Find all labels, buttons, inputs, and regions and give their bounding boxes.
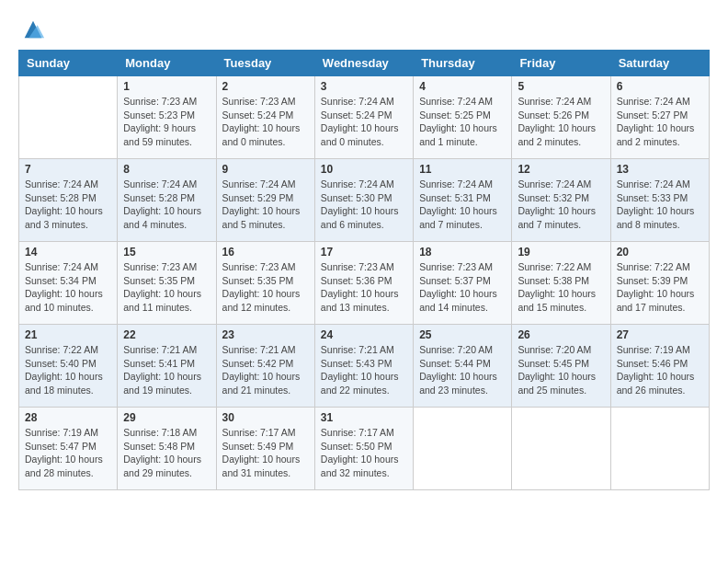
day-number: 21 (25, 328, 111, 341)
day-info: Sunrise: 7:20 AMSunset: 5:44 PMDaylight:… (419, 343, 506, 397)
day-number: 25 (419, 328, 506, 341)
calendar-cell: 6Sunrise: 7:24 AMSunset: 5:27 PMDaylight… (610, 76, 709, 159)
calendar-table: SundayMondayTuesdayWednesdayThursdayFrid… (18, 50, 710, 490)
calendar-week-row: 21Sunrise: 7:22 AMSunset: 5:40 PMDayligh… (19, 325, 710, 408)
calendar-cell: 17Sunrise: 7:23 AMSunset: 5:36 PMDayligh… (314, 242, 413, 325)
calendar-cell: 25Sunrise: 7:20 AMSunset: 5:44 PMDayligh… (414, 325, 512, 408)
calendar-cell: 1Sunrise: 7:23 AMSunset: 5:23 PMDaylight… (118, 76, 216, 159)
day-info: Sunrise: 7:24 AMSunset: 5:29 PMDaylight:… (222, 178, 309, 232)
day-info: Sunrise: 7:20 AMSunset: 5:45 PMDaylight:… (518, 343, 604, 397)
calendar-cell: 24Sunrise: 7:21 AMSunset: 5:43 PMDayligh… (314, 325, 413, 408)
day-info: Sunrise: 7:23 AMSunset: 5:35 PMDaylight:… (222, 260, 309, 315)
page-header (18, 15, 710, 42)
calendar-cell: 27Sunrise: 7:19 AMSunset: 5:46 PMDayligh… (610, 325, 709, 408)
calendar-week-row: 1Sunrise: 7:23 AMSunset: 5:23 PMDaylight… (19, 76, 710, 159)
day-number: 24 (321, 328, 407, 341)
day-info: Sunrise: 7:22 AMSunset: 5:38 PMDaylight:… (518, 260, 604, 315)
day-info: Sunrise: 7:23 AMSunset: 5:36 PMDaylight:… (321, 260, 407, 315)
logo (18, 18, 46, 42)
day-info: Sunrise: 7:21 AMSunset: 5:43 PMDaylight:… (321, 343, 407, 397)
day-number: 16 (222, 246, 309, 259)
day-info: Sunrise: 7:24 AMSunset: 5:34 PMDaylight:… (25, 260, 111, 315)
day-info: Sunrise: 7:23 AMSunset: 5:23 PMDaylight:… (123, 95, 210, 149)
day-info: Sunrise: 7:24 AMSunset: 5:31 PMDaylight:… (419, 178, 506, 232)
calendar-cell: 28Sunrise: 7:19 AMSunset: 5:47 PMDayligh… (19, 408, 118, 490)
header-wednesday: Wednesday (314, 51, 413, 76)
calendar-cell: 13Sunrise: 7:24 AMSunset: 5:33 PMDayligh… (610, 159, 709, 242)
day-info: Sunrise: 7:19 AMSunset: 5:47 PMDaylight:… (25, 426, 111, 480)
calendar-cell: 16Sunrise: 7:23 AMSunset: 5:35 PMDayligh… (216, 242, 314, 325)
day-number: 1 (123, 80, 210, 93)
calendar-cell: 10Sunrise: 7:24 AMSunset: 5:30 PMDayligh… (314, 159, 413, 242)
header-thursday: Thursday (414, 51, 512, 76)
calendar-cell: 5Sunrise: 7:24 AMSunset: 5:26 PMDaylight… (512, 76, 610, 159)
day-number: 10 (321, 163, 407, 176)
day-number: 12 (518, 163, 604, 176)
day-number: 15 (123, 246, 210, 259)
day-number: 31 (321, 411, 407, 424)
day-number: 14 (25, 246, 111, 259)
day-info: Sunrise: 7:24 AMSunset: 5:28 PMDaylight:… (25, 178, 111, 232)
day-info: Sunrise: 7:24 AMSunset: 5:32 PMDaylight:… (518, 178, 604, 232)
day-number: 6 (617, 80, 703, 93)
calendar-cell: 3Sunrise: 7:24 AMSunset: 5:24 PMDaylight… (314, 76, 413, 159)
day-info: Sunrise: 7:24 AMSunset: 5:26 PMDaylight:… (518, 95, 604, 149)
day-number: 7 (25, 163, 111, 176)
calendar-cell: 23Sunrise: 7:21 AMSunset: 5:42 PMDayligh… (216, 325, 314, 408)
day-number: 9 (222, 163, 309, 176)
day-number: 4 (419, 80, 506, 93)
calendar-cell: 7Sunrise: 7:24 AMSunset: 5:28 PMDaylight… (19, 159, 118, 242)
day-info: Sunrise: 7:24 AMSunset: 5:24 PMDaylight:… (321, 95, 407, 149)
day-info: Sunrise: 7:24 AMSunset: 5:28 PMDaylight:… (123, 178, 210, 232)
header-tuesday: Tuesday (216, 51, 314, 76)
calendar-week-row: 14Sunrise: 7:24 AMSunset: 5:34 PMDayligh… (19, 242, 710, 325)
calendar-cell: 8Sunrise: 7:24 AMSunset: 5:28 PMDaylight… (118, 159, 216, 242)
calendar-cell (414, 408, 512, 490)
calendar-cell (512, 408, 610, 490)
day-info: Sunrise: 7:23 AMSunset: 5:24 PMDaylight:… (222, 95, 309, 149)
day-info: Sunrise: 7:23 AMSunset: 5:35 PMDaylight:… (123, 260, 210, 315)
day-number: 29 (123, 411, 210, 424)
day-number: 30 (222, 411, 309, 424)
calendar-cell: 14Sunrise: 7:24 AMSunset: 5:34 PMDayligh… (19, 242, 118, 325)
calendar-cell: 31Sunrise: 7:17 AMSunset: 5:50 PMDayligh… (314, 408, 413, 490)
calendar-cell: 26Sunrise: 7:20 AMSunset: 5:45 PMDayligh… (512, 325, 610, 408)
day-number: 17 (321, 246, 407, 259)
day-info: Sunrise: 7:21 AMSunset: 5:41 PMDaylight:… (123, 343, 210, 397)
calendar-cell: 21Sunrise: 7:22 AMSunset: 5:40 PMDayligh… (19, 325, 118, 408)
logo-icon (20, 17, 46, 42)
day-info: Sunrise: 7:24 AMSunset: 5:27 PMDaylight:… (617, 95, 703, 149)
day-number: 28 (25, 411, 111, 424)
calendar-cell: 29Sunrise: 7:18 AMSunset: 5:48 PMDayligh… (118, 408, 216, 490)
calendar-cell: 18Sunrise: 7:23 AMSunset: 5:37 PMDayligh… (414, 242, 512, 325)
day-number: 3 (321, 80, 407, 93)
day-info: Sunrise: 7:18 AMSunset: 5:48 PMDaylight:… (123, 426, 210, 480)
calendar-cell (19, 76, 118, 159)
day-number: 27 (617, 328, 703, 341)
day-info: Sunrise: 7:24 AMSunset: 5:25 PMDaylight:… (419, 95, 506, 149)
day-number: 23 (222, 328, 309, 341)
header-sunday: Sunday (19, 51, 118, 76)
day-number: 26 (518, 328, 604, 341)
calendar-cell: 11Sunrise: 7:24 AMSunset: 5:31 PMDayligh… (414, 159, 512, 242)
calendar-cell: 19Sunrise: 7:22 AMSunset: 5:38 PMDayligh… (512, 242, 610, 325)
day-info: Sunrise: 7:21 AMSunset: 5:42 PMDaylight:… (222, 343, 309, 397)
header-friday: Friday (512, 51, 610, 76)
calendar-cell: 22Sunrise: 7:21 AMSunset: 5:41 PMDayligh… (118, 325, 216, 408)
calendar-cell: 30Sunrise: 7:17 AMSunset: 5:49 PMDayligh… (216, 408, 314, 490)
calendar-cell: 15Sunrise: 7:23 AMSunset: 5:35 PMDayligh… (118, 242, 216, 325)
day-number: 8 (123, 163, 210, 176)
day-number: 22 (123, 328, 210, 341)
day-number: 18 (419, 246, 506, 259)
day-info: Sunrise: 7:22 AMSunset: 5:40 PMDaylight:… (25, 343, 111, 397)
calendar-cell: 4Sunrise: 7:24 AMSunset: 5:25 PMDaylight… (414, 76, 512, 159)
day-info: Sunrise: 7:22 AMSunset: 5:39 PMDaylight:… (617, 260, 703, 315)
calendar-header-row: SundayMondayTuesdayWednesdayThursdayFrid… (19, 51, 710, 76)
day-info: Sunrise: 7:17 AMSunset: 5:49 PMDaylight:… (222, 426, 309, 480)
day-info: Sunrise: 7:24 AMSunset: 5:30 PMDaylight:… (321, 178, 407, 232)
day-number: 19 (518, 246, 604, 259)
calendar-cell (610, 408, 709, 490)
day-number: 5 (518, 80, 604, 93)
day-info: Sunrise: 7:17 AMSunset: 5:50 PMDaylight:… (321, 426, 407, 480)
calendar-week-row: 7Sunrise: 7:24 AMSunset: 5:28 PMDaylight… (19, 159, 710, 242)
